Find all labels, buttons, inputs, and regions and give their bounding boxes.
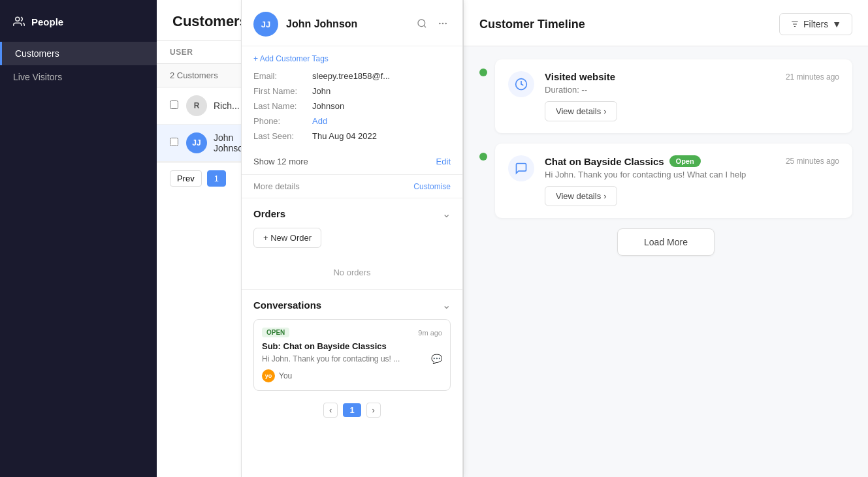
- page-1-button[interactable]: 1: [207, 170, 226, 187]
- customers-table: User 2 Customers R Rich... JJ John Johns…: [157, 41, 241, 477]
- detail-last-name: Last Name: Johnson: [253, 101, 451, 111]
- timeline-card-visited-website: Visited website 21 minutes ago Duration:…: [495, 59, 852, 133]
- row-user: JJ John Johnson: [186, 132, 241, 153]
- panel-header: JJ John Johnson: [242, 0, 462, 46]
- first-name-label: First Name:: [253, 86, 312, 96]
- last-name-value: Johnson: [312, 101, 344, 111]
- row-user: R Rich...: [186, 95, 240, 116]
- conv-header: OPEN 9m ago: [262, 328, 442, 337]
- filter-icon: [790, 20, 799, 29]
- chat-icon: [515, 162, 528, 175]
- conversations-title: Conversations: [253, 300, 321, 311]
- new-order-button[interactable]: + New Order: [253, 228, 321, 248]
- svg-point-2: [439, 22, 441, 24]
- table-row[interactable]: JJ John Johnson: [157, 125, 241, 162]
- phone-label: Phone:: [253, 116, 312, 126]
- panel-customer-name: John Johnson: [286, 18, 414, 30]
- timeline-body: Visited website 21 minutes ago Duration:…: [464, 46, 868, 282]
- conversation-item[interactable]: OPEN 9m ago Sub: Chat on Bayside Classic…: [253, 319, 451, 391]
- table-header: User: [157, 41, 241, 64]
- timeline-item-header: Chat on Bayside Classics Open 25 minutes…: [545, 155, 839, 167]
- conv-footer: yo You: [262, 369, 442, 382]
- timeline-item-sub: Hi John. Thank you for contacting us! Wh…: [545, 170, 839, 179]
- conv-subject: Sub: Chat on Bayside Classics: [262, 341, 442, 351]
- search-icon: [417, 18, 427, 29]
- more-details-label: More details: [253, 181, 300, 191]
- timeline-item-content: Visited website 21 minutes ago Duration:…: [545, 71, 839, 121]
- chevron-right-icon: ›: [603, 191, 606, 201]
- chevron-down-icon: ⌄: [442, 208, 451, 220]
- timeline-card-chat: Chat on Bayside Classics Open 25 minutes…: [495, 144, 852, 218]
- view-details-label: View details: [556, 191, 601, 201]
- orders-title: Orders: [253, 208, 285, 219]
- view-details-button[interactable]: View details ›: [545, 101, 617, 121]
- orders-section: Orders ⌄ + New Order No orders: [242, 198, 462, 289]
- chevron-right-icon: ›: [603, 106, 606, 116]
- row-checkbox[interactable]: [170, 138, 178, 148]
- load-more-button[interactable]: Load More: [617, 228, 715, 256]
- timeline-item-sub: Duration: --: [545, 85, 839, 95]
- conv-next-button[interactable]: ›: [366, 403, 381, 418]
- panel-search-button[interactable]: [414, 16, 430, 33]
- customer-detail-panel: JJ John Johnson + Add Customer Tags Emai…: [241, 0, 463, 477]
- timeline-item-time: 25 minutes ago: [786, 157, 839, 166]
- svg-point-1: [418, 20, 425, 27]
- timeline-panel: Customer Timeline Filters ▼: [463, 0, 868, 477]
- sidebar-item-customers[interactable]: Customers: [0, 42, 157, 65]
- edit-button[interactable]: Edit: [436, 157, 451, 166]
- panel-more-button[interactable]: [435, 16, 451, 33]
- conv-preview-row: Hi John. Thank you for contacting us! ..…: [262, 354, 442, 364]
- row-checkbox[interactable]: [170, 100, 178, 111]
- sidebar-item-live-visitors[interactable]: Live Visitors: [0, 65, 157, 89]
- conv-chat-icon: 💬: [431, 354, 442, 364]
- timeline-item-title: Visited website: [545, 71, 615, 82]
- last-seen-label: Last Seen:: [253, 131, 312, 141]
- show-more-row: Show 12 more Edit: [253, 157, 451, 166]
- filters-label: Filters: [803, 19, 828, 29]
- more-icon: [438, 18, 448, 29]
- table-footer: Prev 1: [157, 162, 241, 194]
- svg-point-0: [16, 17, 20, 21]
- timeline-dot: [479, 69, 487, 76]
- timeline-item-header: Visited website 21 minutes ago: [545, 71, 839, 82]
- table-row[interactable]: R Rich...: [157, 87, 241, 125]
- avatar: JJ: [186, 132, 207, 153]
- svg-point-4: [445, 22, 447, 24]
- user-name: Rich...: [214, 100, 240, 111]
- last-seen-value: Thu Aug 04 2022: [312, 131, 377, 141]
- avatar: R: [186, 95, 207, 116]
- prev-page-button[interactable]: Prev: [170, 170, 202, 187]
- conversations-section: Conversations ⌄ OPEN 9m ago Sub: Chat on…: [242, 289, 462, 429]
- more-details-header[interactable]: More details Customise: [242, 174, 462, 198]
- conv-prev-button[interactable]: ‹: [323, 403, 338, 418]
- row-checkbox-input[interactable]: [170, 100, 178, 109]
- sidebar: People Customers Live Visitors: [0, 0, 157, 477]
- chevron-down-icon: ⌄: [442, 299, 451, 311]
- timeline-icon-wrap: [508, 155, 534, 181]
- timeline-dot: [479, 153, 487, 161]
- view-details-button[interactable]: View details ›: [545, 186, 617, 206]
- timeline-item-content: Chat on Bayside Classics Open 25 minutes…: [545, 155, 839, 206]
- add-customer-tags-button[interactable]: + Add Customer Tags: [253, 54, 451, 63]
- conv-preview: Hi John. Thank you for contacting us! ..…: [262, 354, 400, 363]
- svg-point-3: [442, 22, 444, 24]
- customer-details: Email: sleepy.tree1858@f... First Name: …: [242, 63, 462, 154]
- orders-section-header[interactable]: Orders ⌄: [242, 198, 462, 228]
- people-icon: [13, 16, 25, 27]
- phone-add-link[interactable]: Add: [312, 116, 327, 126]
- customise-button[interactable]: Customise: [413, 182, 451, 191]
- timeline-icon-wrap: [508, 71, 534, 97]
- show-more-button[interactable]: Show 12 more: [253, 157, 308, 166]
- email-label: Email:: [253, 71, 312, 81]
- conversations-section-header[interactable]: Conversations ⌄: [242, 290, 462, 319]
- conv-page-number[interactable]: 1: [343, 403, 361, 417]
- detail-first-name: First Name: John: [253, 86, 451, 96]
- conv-time: 9m ago: [418, 329, 442, 337]
- row-checkbox-input[interactable]: [170, 138, 178, 146]
- timeline-title: Customer Timeline: [479, 18, 585, 31]
- timeline-header: Customer Timeline Filters ▼: [464, 0, 868, 46]
- conv-pagination: ‹ 1 ›: [242, 397, 462, 423]
- customers-count: 2 Customers: [157, 64, 241, 87]
- filters-chevron: ▼: [832, 19, 841, 29]
- filters-button[interactable]: Filters ▼: [779, 13, 852, 35]
